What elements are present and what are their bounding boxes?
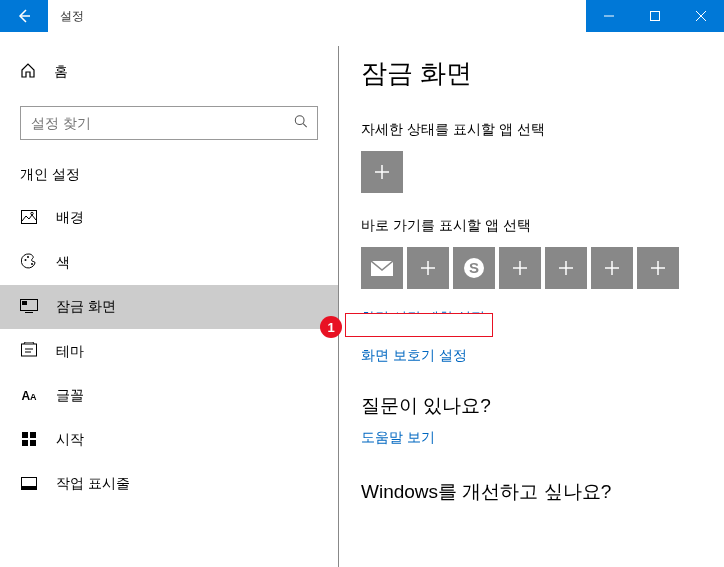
svg-rect-7	[22, 210, 37, 223]
svg-point-9	[25, 259, 27, 261]
svg-point-11	[31, 263, 33, 265]
quick-app-row: S	[361, 247, 702, 289]
plus-icon	[419, 259, 437, 277]
sidebar-item-label: 배경	[56, 209, 84, 227]
svg-rect-16	[22, 432, 28, 438]
add-quick-app-tile[interactable]	[545, 247, 587, 289]
window-title: 설정	[48, 0, 586, 32]
svg-rect-14	[22, 301, 27, 305]
add-quick-app-tile[interactable]	[407, 247, 449, 289]
svg-text:S: S	[469, 259, 479, 276]
sidebar-item-label: 작업 표시줄	[56, 475, 130, 493]
sidebar-item-label: 잠금 화면	[56, 298, 116, 316]
maximize-icon	[650, 11, 660, 21]
link-help[interactable]: 도움말 보기	[361, 429, 702, 447]
svg-rect-19	[30, 440, 36, 446]
font-icon: AA	[20, 389, 38, 403]
svg-point-10	[27, 256, 29, 258]
mail-icon	[371, 261, 393, 276]
window-controls	[586, 0, 724, 32]
svg-rect-18	[22, 440, 28, 446]
sidebar-item-fonts[interactable]: AA 글꼴	[0, 374, 338, 418]
start-icon	[20, 432, 38, 449]
add-detailed-app-tile[interactable]	[361, 151, 403, 193]
sidebar-item-lockscreen[interactable]: 잠금 화면	[0, 285, 338, 329]
plus-icon	[511, 259, 529, 277]
add-quick-app-tile[interactable]	[637, 247, 679, 289]
minimize-icon	[604, 11, 614, 21]
search-input[interactable]	[20, 106, 318, 140]
plus-icon	[373, 163, 391, 181]
sidebar-item-taskbar[interactable]: 작업 표시줄	[0, 462, 338, 506]
sidebar-item-label: 색	[56, 254, 70, 272]
svg-rect-21	[22, 486, 37, 490]
lockscreen-icon	[20, 299, 38, 316]
back-button[interactable]	[0, 0, 48, 32]
sidebar-item-themes[interactable]: 테마	[0, 329, 338, 374]
annotation-box	[345, 313, 493, 337]
svg-rect-17	[30, 432, 36, 438]
question-heading: 질문이 있나요?	[361, 393, 702, 419]
plus-icon	[557, 259, 575, 277]
content: 잠금 화면 자세한 상태를 표시할 앱 선택 바로 가기를 표시할 앱 선택 S	[339, 32, 724, 567]
palette-icon	[20, 253, 38, 272]
sidebar-item-start[interactable]: 시작	[0, 418, 338, 462]
sidebar-category: 개인 설정	[0, 154, 338, 196]
sidebar-item-colors[interactable]: 색	[0, 240, 338, 285]
page-title: 잠금 화면	[361, 56, 702, 91]
plus-icon	[603, 259, 621, 277]
home-label: 홈	[54, 63, 68, 81]
arrow-left-icon	[16, 8, 32, 24]
skype-icon: S	[462, 256, 486, 280]
svg-point-5	[295, 116, 304, 125]
annotation-badge-1: 1	[320, 316, 342, 338]
sidebar: 홈 개인 설정 배경 색 잠금 화면	[0, 32, 338, 567]
svg-rect-15	[22, 344, 37, 356]
section-label-detailed: 자세한 상태를 표시할 앱 선택	[361, 121, 702, 139]
svg-point-8	[31, 212, 33, 214]
sidebar-item-home[interactable]: 홈	[0, 52, 338, 92]
detailed-app-row	[361, 151, 702, 193]
svg-rect-2	[651, 12, 660, 21]
picture-icon	[20, 210, 38, 227]
quick-app-tile-mail[interactable]	[361, 247, 403, 289]
home-icon	[20, 62, 36, 82]
taskbar-icon	[20, 476, 38, 493]
maximize-button[interactable]	[632, 0, 678, 32]
close-button[interactable]	[678, 0, 724, 32]
link-screensaver[interactable]: 화면 보호기 설정	[361, 347, 702, 365]
section-label-quick: 바로 가기를 표시할 앱 선택	[361, 217, 702, 235]
sidebar-item-background[interactable]: 배경	[0, 196, 338, 240]
theme-icon	[20, 342, 38, 361]
add-quick-app-tile[interactable]	[499, 247, 541, 289]
close-icon	[696, 11, 706, 21]
sidebar-item-label: 시작	[56, 431, 84, 449]
search-container	[20, 106, 318, 140]
titlebar: 설정	[0, 0, 724, 32]
add-quick-app-tile[interactable]	[591, 247, 633, 289]
svg-line-6	[303, 124, 307, 128]
improve-heading: Windows를 개선하고 싶나요?	[361, 479, 702, 505]
plus-icon	[649, 259, 667, 277]
sidebar-item-label: 테마	[56, 343, 84, 361]
sidebar-item-label: 글꼴	[56, 387, 84, 405]
search-icon	[294, 115, 308, 132]
quick-app-tile-skype[interactable]: S	[453, 247, 495, 289]
minimize-button[interactable]	[586, 0, 632, 32]
